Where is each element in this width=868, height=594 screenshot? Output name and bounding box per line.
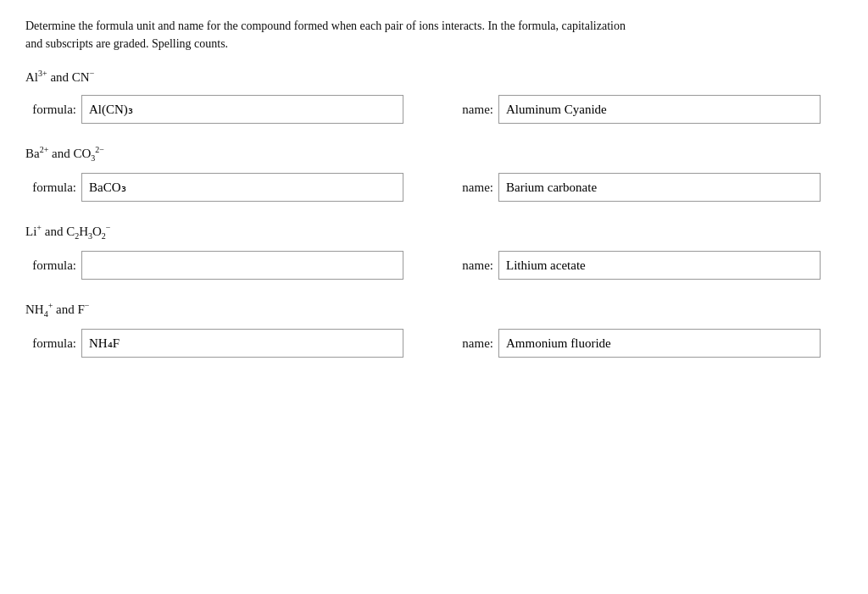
formula-group-4: formula: <box>25 329 426 358</box>
section-nh4-f: NH4+ and F− formula: name: <box>25 300 843 358</box>
name-input-1[interactable] <box>498 95 821 124</box>
name-input-4[interactable] <box>498 329 821 358</box>
name-label-4: name: <box>442 336 493 351</box>
instructions: Determine the formula unit and name for … <box>25 17 843 53</box>
formula-label-2: formula: <box>25 180 76 195</box>
formula-label-3: formula: <box>25 258 76 273</box>
name-input-3[interactable] <box>498 251 821 280</box>
formula-input-4[interactable] <box>81 329 403 358</box>
name-label-1: name: <box>442 103 493 117</box>
section-ba-co3: Ba2+ and CO32− formula: name: <box>25 144 843 202</box>
name-group-1: name: <box>442 95 843 124</box>
ion-pair-4: NH4+ and F− <box>25 300 843 320</box>
formula-label-1: formula: <box>25 103 76 117</box>
formula-group-1: formula: <box>25 95 426 124</box>
section-li-acetate: Li+ and C2H3O2− formula: name: <box>25 222 843 280</box>
name-input-2[interactable] <box>498 173 821 202</box>
name-group-3: name: <box>442 251 843 280</box>
formula-input-2[interactable] <box>81 173 403 202</box>
section-al-cn: Al3+ and CN− formula: name: <box>25 68 843 124</box>
formula-input-1[interactable] <box>81 95 403 124</box>
name-label-2: name: <box>442 180 493 195</box>
name-label-3: name: <box>442 258 493 273</box>
form-row-1: formula: name: <box>25 95 843 124</box>
form-row-4: formula: name: <box>25 329 843 358</box>
formula-input-3[interactable] <box>81 251 403 280</box>
formula-group-2: formula: <box>25 173 426 202</box>
ion-pair-2: Ba2+ and CO32− <box>25 144 843 164</box>
formula-group-3: formula: <box>25 251 426 280</box>
name-group-4: name: <box>442 329 843 358</box>
ion-pair-1: Al3+ and CN− <box>25 68 843 86</box>
name-group-2: name: <box>442 173 843 202</box>
ion-pair-3: Li+ and C2H3O2− <box>25 222 843 242</box>
formula-label-4: formula: <box>25 336 76 351</box>
form-row-2: formula: name: <box>25 173 843 202</box>
form-row-3: formula: name: <box>25 251 843 280</box>
